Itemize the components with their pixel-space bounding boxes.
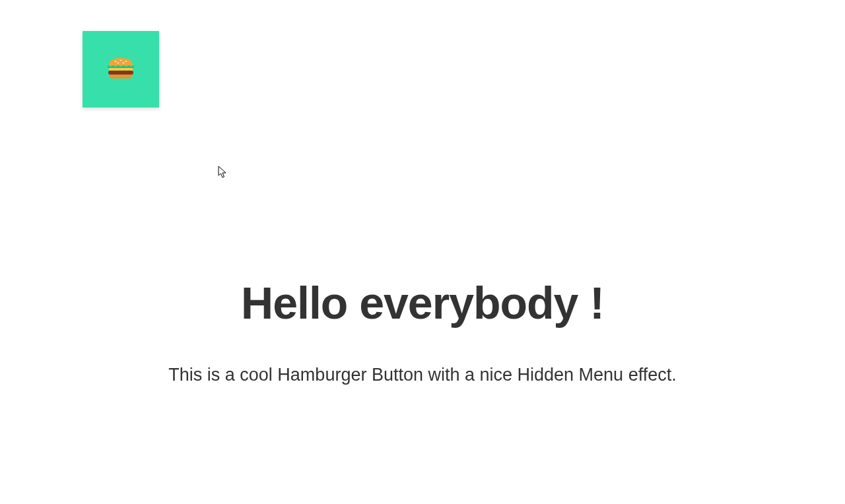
svg-point-0 (115, 61, 117, 62)
svg-rect-5 (109, 68, 133, 71)
hamburger-icon (106, 56, 135, 82)
page-heading: Hello everybody ! (0, 277, 845, 329)
page-subheading: This is a cool Hamburger Button with a n… (0, 365, 845, 385)
svg-point-3 (118, 63, 119, 64)
svg-point-4 (123, 63, 125, 64)
svg-point-1 (120, 60, 122, 61)
cursor-pointer-icon (218, 166, 227, 179)
svg-rect-6 (108, 71, 133, 75)
svg-point-2 (125, 61, 127, 62)
hamburger-menu-button[interactable] (83, 31, 159, 108)
main-content: Hello everybody ! This is a cool Hamburg… (0, 277, 845, 385)
